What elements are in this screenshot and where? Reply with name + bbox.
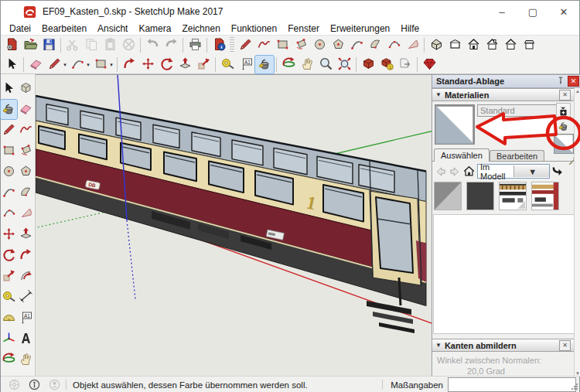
line-tool-button[interactable]: [236, 36, 254, 54]
filled-arc-tool-button[interactable]: [18, 204, 34, 223]
paint-bucket-tool-button[interactable]: [255, 56, 274, 73]
paste-button[interactable]: [101, 36, 119, 54]
scale-tool-button[interactable]: [194, 56, 213, 73]
credit-attribution-icon[interactable]: [28, 378, 41, 391]
eraser-tool-button[interactable]: [26, 56, 45, 73]
material-dark-gray-thumbnail[interactable]: [466, 182, 494, 210]
tape-measure-tool-button[interactable]: [218, 56, 237, 73]
rotate-tool-button[interactable]: [157, 56, 176, 73]
materials-section-close-button[interactable]: ✕: [559, 90, 571, 101]
polygon-tool-button[interactable]: [329, 36, 347, 54]
circle-tool-button[interactable]: [1, 162, 17, 182]
scroll-up-icon[interactable]: ▲: [575, 89, 580, 94]
geolocation-icon[interactable]: [8, 378, 21, 391]
zoom-tool-button[interactable]: [316, 56, 335, 73]
measurements-input[interactable]: [448, 377, 576, 392]
tray-header[interactable]: Standard-Ablage ✕: [432, 75, 580, 88]
pan-tool-button[interactable]: [18, 350, 34, 370]
cut-button[interactable]: [63, 36, 82, 54]
orbit-tool-button[interactable]: [1, 350, 17, 370]
arc-2point-tool-button[interactable]: [347, 36, 366, 54]
get-models-button[interactable]: 1: [377, 56, 396, 73]
view-left-button[interactable]: [520, 36, 538, 54]
materials-section-header[interactable]: ▼ Materialien ✕: [432, 88, 575, 101]
print-button[interactable]: [186, 36, 204, 54]
text-tool-button[interactable]: A1: [237, 56, 255, 73]
select-tool-button[interactable]: [2, 56, 21, 73]
save-file-button[interactable]: [39, 36, 58, 54]
menu-item-funktionen[interactable]: Funktionen: [226, 22, 282, 35]
open-file-button[interactable]: [21, 36, 39, 54]
soften-edges-section-header[interactable]: ▼ Kanten abmildern ✕: [432, 339, 575, 352]
push-pull-tool-button[interactable]: [176, 56, 194, 73]
undo-button[interactable]: [143, 36, 162, 54]
pan-tool-button[interactable]: [298, 56, 316, 73]
rotated-rectangle-tool-button[interactable]: [292, 36, 310, 54]
view-right-button[interactable]: [483, 36, 501, 54]
create-material-button[interactable]: [556, 103, 571, 119]
extension-warehouse-button[interactable]: [420, 56, 438, 73]
minimize-button[interactable]: –: [486, 1, 517, 22]
arc-3point-tool-button[interactable]: [384, 36, 403, 54]
material-train-texture-b-thumbnail[interactable]: [531, 182, 559, 210]
view-back-button[interactable]: [501, 36, 520, 54]
zoom-extents-tool-button[interactable]: [335, 56, 353, 73]
dimension-tool-button[interactable]: [18, 288, 34, 307]
rotate-tool-button[interactable]: [1, 246, 17, 265]
text-tool-button[interactable]: A1: [18, 308, 34, 328]
pin-icon[interactable]: [555, 76, 566, 87]
rotated-rectangle-tool-button[interactable]: [18, 141, 34, 161]
copy-button[interactable]: [82, 36, 101, 54]
window-resize-grip[interactable]: [571, 383, 578, 390]
move-tool-button[interactable]: [1, 225, 17, 244]
maximize-button[interactable]: ▢: [517, 1, 548, 22]
scale-tool-button[interactable]: [1, 267, 17, 286]
freehand-tool-button[interactable]: [18, 121, 34, 140]
menu-item-erweiterungen[interactable]: Erweiterungen: [325, 22, 395, 35]
material-train-texture-a-thumbnail[interactable]: [499, 182, 527, 210]
push-pull-tool-button[interactable]: [18, 225, 34, 244]
chevron-down-icon[interactable]: ▼: [513, 165, 550, 177]
redo-button[interactable]: [162, 36, 180, 54]
paint-bucket-tool-button[interactable]: [1, 100, 17, 119]
close-button[interactable]: ✕: [548, 1, 579, 22]
eraser-tool-button[interactable]: [18, 100, 34, 119]
make-component-button[interactable]: [18, 79, 34, 98]
material-list-area[interactable]: [433, 214, 575, 334]
move-tool-button[interactable]: [138, 56, 157, 73]
tab-bearbeiten[interactable]: Bearbeiten: [490, 150, 544, 162]
paint-bucket-small-icon[interactable]: [558, 120, 571, 131]
rectangle-tool-button[interactable]: [1, 141, 17, 161]
view-top-button[interactable]: [445, 36, 464, 54]
menu-item-kamera[interactable]: Kamera: [133, 22, 176, 35]
tab-auswaehlen[interactable]: Auswählen: [434, 148, 490, 162]
3d-text-tool-button[interactable]: [18, 329, 34, 349]
freehand-tool-button[interactable]: [254, 36, 273, 54]
line-tool-button[interactable]: [45, 56, 63, 73]
train-car-model[interactable]: DB 1: [36, 96, 426, 333]
material-name-field[interactable]: [477, 104, 558, 117]
arc-3point-tool-button[interactable]: [1, 204, 17, 223]
menu-item-hilfe[interactable]: Hilfe: [395, 22, 425, 35]
arc-2point-tool-button[interactable]: [1, 183, 17, 203]
menu-item-datei[interactable]: Datei: [4, 22, 36, 35]
menu-item-ansicht[interactable]: Ansicht: [92, 22, 133, 35]
arc-tool-button[interactable]: [68, 56, 87, 73]
soften-edges-close-button[interactable]: ✕: [559, 340, 571, 351]
select-tool-button[interactable]: [1, 79, 17, 98]
collection-dropdown[interactable]: Im Modell ▼: [477, 164, 550, 179]
material-default-gray-thumbnail[interactable]: [434, 182, 462, 210]
home-icon[interactable]: [462, 165, 476, 179]
offset-tool-button[interactable]: [18, 267, 34, 286]
axes-tool-button[interactable]: [1, 329, 17, 349]
forward-arrow-icon[interactable]: [448, 165, 462, 179]
panel-scrollbar[interactable]: ▲ ▼: [574, 88, 580, 377]
delete-button[interactable]: [119, 36, 138, 54]
menu-item-bearbeiten[interactable]: Bearbeiten: [36, 22, 92, 35]
menu-item-zeichnen[interactable]: Zeichnen: [176, 22, 225, 35]
view-iso-button[interactable]: [427, 36, 445, 54]
sign-in-icon[interactable]: [48, 378, 61, 391]
default-material-sample-swatch[interactable]: [554, 134, 574, 154]
line-tool-button[interactable]: [1, 121, 17, 140]
circle-tool-button[interactable]: [310, 36, 329, 54]
